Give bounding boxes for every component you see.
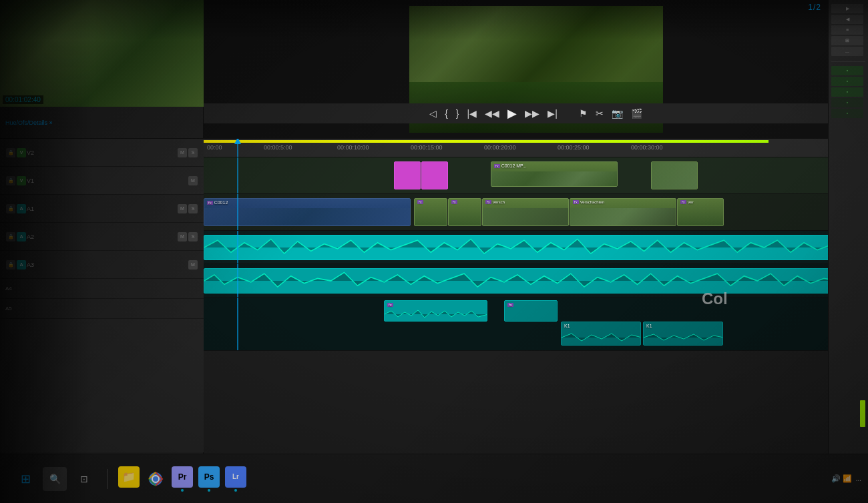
track-visibility-v2[interactable]: V [17, 148, 26, 157]
clip-v2-2[interactable] [651, 161, 698, 189]
task-view-button[interactable]: ⊡ [72, 467, 96, 491]
clip-audio-a1[interactable] [204, 235, 845, 260]
search-button[interactable]: 🔍 [43, 467, 67, 491]
clip-v1-ver[interactable]: fxVer [677, 198, 724, 226]
panel-btn-green3[interactable]: ▪ [831, 87, 863, 97]
track-mute-v1[interactable]: M [188, 176, 198, 185]
track-lock-v1[interactable]: 🔒 [6, 176, 15, 185]
panel-btn-4[interactable]: ⊞ [831, 36, 863, 45]
clip-v1-base[interactable]: fxC0012 [204, 198, 411, 226]
clip-v1-versch2-label: fxVerschachten [570, 199, 676, 205]
clip-v2-1-label: fxC0012 MP... [491, 162, 617, 169]
clip-magenta-1[interactable] [394, 161, 421, 189]
ruler-time-20: 00:00:20:00 [484, 144, 516, 151]
panel-btn-3[interactable]: ≡ [831, 25, 863, 35]
ruler-time-30: 00:00:30:00 [631, 144, 663, 151]
flag-btn[interactable]: ⚑ [579, 108, 588, 119]
go-to-out-btn[interactable]: ▶| [548, 108, 558, 119]
scissors-btn[interactable]: ✂ [596, 108, 604, 119]
track-mute-a1[interactable]: M [178, 204, 187, 213]
clip-v1-versch1[interactable]: fxVersch [482, 198, 569, 226]
panel-btn-green2[interactable]: ▪ [831, 77, 863, 86]
track-lock-a1[interactable]: 🔒 [6, 204, 15, 213]
track-mute-a2[interactable]: M [178, 232, 187, 241]
right-panel-controls: ▶ ◀ ≡ ⊞ ... ▪ ▪ ▪ ▪ ▪ [829, 0, 868, 122]
track-label-a3: A3 [27, 262, 188, 268]
taskbar-item-lightroom[interactable]: Lr [225, 466, 246, 492]
playhead[interactable] [237, 139, 238, 157]
clip-v1-fx1[interactable]: fx [414, 198, 447, 226]
track-lock-a3[interactable]: 🔒 [6, 260, 15, 270]
panel-btn-2[interactable]: ◀ [831, 15, 863, 24]
panel-btn-green5[interactable]: ▪ [831, 109, 863, 118]
clip-a3-fx1-label: fx [385, 301, 487, 308]
track-mute-a3[interactable]: M [188, 260, 198, 270]
clip-v1-ver-label: fxVer [678, 199, 723, 205]
play-btn[interactable]: ▶ [507, 106, 517, 121]
clip-magenta-2[interactable] [421, 161, 448, 189]
fx-badge: fx [494, 164, 500, 168]
track-solo-a2[interactable]: S [188, 232, 198, 241]
ruler-time-0: 00:00 [207, 144, 222, 151]
mark-in-btn[interactable]: ◁ [429, 108, 437, 119]
clip-audio-a2[interactable] [204, 268, 845, 294]
track-solo-v2[interactable]: S [188, 148, 198, 157]
clip-a3-k1-2[interactable]: K1 [643, 322, 723, 346]
playhead-a3 [237, 298, 238, 350]
clip-a3-k1-1-label: K1 [562, 322, 640, 330]
track-row-v1: fxC0012 fx fx fxVersch [204, 194, 868, 231]
thumbnail-area: 00:01:02:40 [0, 0, 204, 107]
bracket-right-btn[interactable]: } [456, 108, 459, 119]
premiere-icon[interactable]: Pr [172, 466, 193, 488]
taskbar-item-premiere[interactable]: Pr [172, 466, 193, 492]
track-label-v2: V2 [27, 149, 177, 156]
explorer-icon[interactable]: 📁 [118, 466, 140, 488]
track-mute-v2[interactable]: M [178, 148, 187, 157]
track-lock-v2[interactable]: 🔒 [6, 148, 15, 157]
track-solo-a1[interactable]: S [188, 204, 198, 213]
clip-v1-fx2[interactable]: fx [448, 198, 481, 226]
photoshop-indicator [208, 489, 210, 492]
track-row-v2: fxC0012 MP... [204, 157, 868, 194]
main-area: 00:00:00:00 Einpassen ▾ 1/2 ◁ { } |◀ ◀◀ … [204, 0, 868, 454]
panel-btn-5[interactable]: ... [831, 47, 863, 56]
go-to-in-btn[interactable]: |◀ [467, 108, 477, 119]
panel-btn-green4[interactable]: ▪ [831, 98, 863, 107]
chrome-icon[interactable] [145, 468, 166, 490]
clip-a3-k1-1[interactable]: K1 [561, 322, 641, 346]
rewind-btn[interactable]: ◀◀ [485, 108, 499, 119]
track-visibility-a1[interactable]: A [17, 204, 26, 213]
taskbar-item-photoshop[interactable]: Ps [198, 466, 220, 492]
clip-a3-fx2[interactable]: fx [504, 300, 558, 322]
fast-forward-btn[interactable]: ▶▶ [525, 108, 539, 119]
playhead-v2 [237, 157, 238, 193]
bracket-left-btn[interactable]: { [445, 108, 448, 119]
photoshop-icon[interactable]: Ps [198, 466, 220, 488]
panel-tab-label[interactable]: Hue/Ofs/Details × [5, 119, 53, 126]
taskbar-item-chrome[interactable] [145, 468, 166, 490]
track-header-a4: A4 [0, 279, 204, 299]
clip-a3-fx1[interactable]: fx [384, 300, 487, 322]
tracks-container: fxC0012 MP... fxC0012 [204, 157, 868, 454]
camera-btn[interactable]: 📷 [612, 108, 623, 119]
panel-btn-green1[interactable]: ▪ [831, 66, 863, 75]
windows-button[interactable]: ⊞ [13, 467, 37, 491]
clip-v1-versch2[interactable]: fxVerschachten [570, 198, 676, 226]
track-label-v1: V1 [27, 177, 188, 184]
ruler-time-15: 00:00:15:00 [411, 144, 443, 151]
track-visibility-a3[interactable]: A [17, 260, 26, 270]
taskbar-item-explorer[interactable]: 📁 [118, 466, 140, 492]
clip-a3-k1-2-label: K1 [644, 322, 722, 330]
track-lock-a2[interactable]: 🔒 [6, 232, 15, 241]
track-visibility-a2[interactable]: A [17, 232, 26, 241]
lightroom-icon[interactable]: Lr [225, 466, 246, 488]
track-visibility-v1[interactable]: V [17, 176, 26, 185]
left-panel: 00:01:02:40 Hue/Ofs/Details × 🔒 V V2 M S… [0, 0, 204, 454]
media-browser-header: Hue/Ofs/Details × [0, 107, 203, 139]
timeline-area: 00:00 00:00:5:00 00:00:10:00 00:00:15:00… [204, 139, 868, 454]
clapboard-btn[interactable]: 🎬 [631, 108, 642, 119]
clip-v2-1[interactable]: fxC0012 MP... [491, 161, 618, 187]
track-header-v1: 🔒 V V1 M [0, 167, 204, 195]
panel-btn-1[interactable]: ▶ [831, 4, 863, 13]
explorer-indicator [128, 489, 130, 492]
